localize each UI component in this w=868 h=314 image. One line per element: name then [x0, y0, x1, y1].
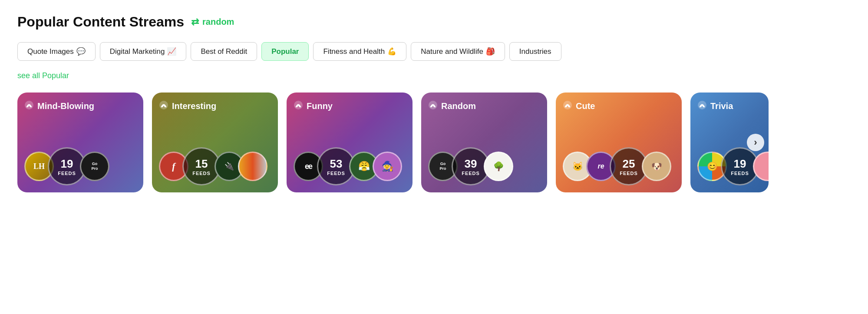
tab-industries-label: Industries: [519, 47, 551, 56]
stream-trivia-feeds: 😊 19 FEEDS: [697, 147, 762, 185]
stream-card-trivia[interactable]: Trivia 😊 19 FEEDS ›: [690, 93, 769, 192]
tab-quote-images-label: Quote Images: [27, 47, 74, 56]
tab-fitness-health[interactable]: Fitness and Health 💪: [313, 42, 406, 61]
feed-avatar-gopro: GoPro: [80, 152, 109, 181]
stream-brand-icon: [24, 100, 34, 112]
stream-funny-feeds: ee 53 FEEDS 😤 🧙: [294, 147, 406, 185]
see-all-popular-link[interactable]: see all Popular: [17, 71, 69, 80]
stream-brand-icon-5: [563, 100, 572, 112]
stream-brand-icon-4: [428, 100, 438, 112]
stream-card-interesting[interactable]: Interesting f 15 FEEDS 🔌: [152, 93, 278, 192]
tab-popular[interactable]: Popular: [261, 42, 309, 61]
tab-industries[interactable]: Industries: [509, 42, 561, 61]
tab-best-of-reddit-label: Best of Reddit: [201, 47, 247, 56]
stream-cute-feeds: 🐱 re 25 FEEDS 🐶: [563, 147, 675, 185]
nature-wildlife-icon: 🎒: [486, 47, 495, 56]
feeds-avatars-funny: ee 53 FEEDS 😤 🧙: [294, 147, 402, 185]
feeds-avatars-random: GoPro 39 FEEDS 🌳: [428, 147, 513, 185]
stream-random-feeds: GoPro 39 FEEDS 🌳: [428, 147, 540, 185]
random-label: random: [202, 17, 234, 27]
stream-mind-blowing-title: Mind-Blowing: [24, 100, 136, 112]
shuffle-icon: ⇄: [191, 17, 199, 28]
stream-funny-title: Funny: [294, 100, 406, 112]
tabs-row: Quote Images 💬 Digital Marketing 📈 Best …: [17, 42, 851, 61]
tab-nature-wildlife[interactable]: Nature and Wildlife 🎒: [411, 42, 505, 61]
stream-random-title: Random: [428, 100, 540, 112]
stream-trivia-title: Trivia: [697, 100, 762, 112]
stream-interesting-title: Interesting: [159, 100, 271, 112]
page-title: Popular Content Streams: [17, 14, 184, 30]
feed-avatar-dog: 🐶: [642, 152, 671, 181]
feeds-avatars-interesting: f 15 FEEDS 🔌: [159, 147, 267, 185]
quote-images-icon: 💬: [76, 47, 86, 56]
stream-brand-icon-6: [697, 100, 707, 112]
stream-card-mind-blowing[interactable]: Mind-Blowing LH 19 FEEDS GoPro: [17, 93, 143, 192]
streams-container: Mind-Blowing LH 19 FEEDS GoPro: [17, 93, 851, 192]
feeds-avatars: LH 19 FEEDS GoPro: [24, 147, 109, 185]
random-button[interactable]: ⇄ random: [191, 17, 234, 28]
feeds-avatars-trivia: 😊 19 FEEDS: [697, 147, 769, 185]
stream-brand-icon-3: [294, 100, 303, 112]
tab-fitness-health-label: Fitness and Health: [323, 47, 385, 56]
tab-digital-marketing[interactable]: Digital Marketing 📈: [100, 42, 187, 61]
stream-mind-blowing-feeds: LH 19 FEEDS GoPro: [24, 147, 136, 185]
tab-popular-label: Popular: [271, 47, 299, 56]
streams-row: Mind-Blowing LH 19 FEEDS GoPro: [17, 93, 851, 192]
stream-cute-title: Cute: [563, 100, 675, 112]
fitness-health-icon: 💪: [387, 47, 396, 56]
tab-digital-marketing-label: Digital Marketing: [110, 47, 165, 56]
tab-quote-images[interactable]: Quote Images 💬: [17, 42, 96, 61]
next-arrow[interactable]: ›: [747, 134, 764, 151]
tab-nature-wildlife-label: Nature and Wildlife: [421, 47, 483, 56]
stream-interesting-feeds: f 15 FEEDS 🔌: [159, 147, 271, 185]
feed-avatar-witch: 🧙: [373, 152, 402, 181]
stream-brand-icon-2: [159, 100, 168, 112]
tab-best-of-reddit[interactable]: Best of Reddit: [191, 42, 257, 61]
stream-card-funny[interactable]: Funny ee 53 FEEDS 😤 🧙: [287, 93, 413, 192]
feed-avatar-laughing: [238, 152, 267, 181]
page-header: Popular Content Streams ⇄ random: [17, 14, 851, 30]
feed-avatar-tree: 🌳: [484, 152, 513, 181]
feeds-avatars-cute: 🐱 re 25 FEEDS 🐶: [563, 147, 671, 185]
digital-marketing-icon: 📈: [167, 47, 176, 56]
stream-card-cute[interactable]: Cute 🐱 re 25 FEEDS 🐶: [556, 93, 682, 192]
stream-card-random[interactable]: Random GoPro 39 FEEDS 🌳: [421, 93, 547, 192]
